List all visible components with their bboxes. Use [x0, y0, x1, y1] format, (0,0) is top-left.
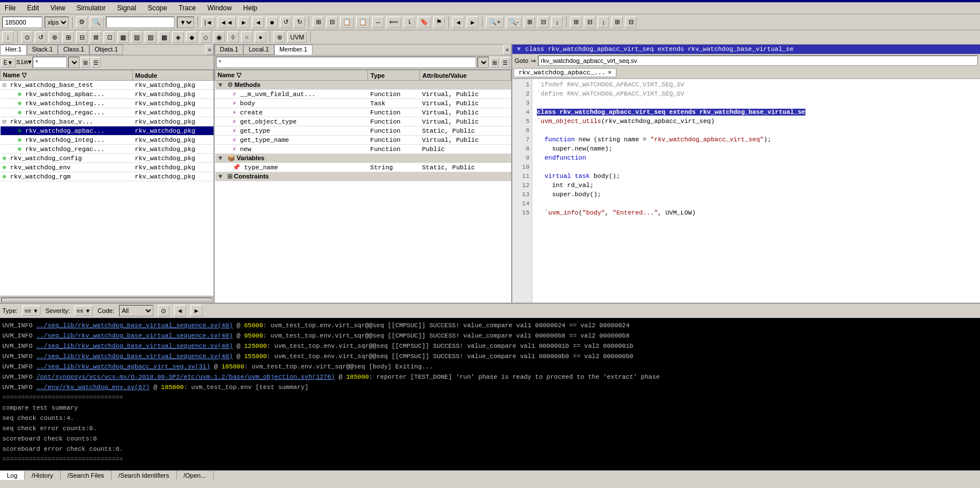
toolbar2-btn-20[interactable]: ⊛ [274, 31, 285, 43]
menu-edit[interactable]: Edit [25, 3, 41, 13]
menu-file[interactable]: File [2, 3, 18, 13]
menu-help[interactable]: Help [241, 3, 260, 13]
log-next-btn[interactable]: ► [191, 305, 203, 316]
member-row[interactable]: 📌 type_name String Static, Public [215, 163, 511, 172]
left-toolbar-btn2[interactable]: ☰ [91, 57, 101, 68]
log-btn1[interactable]: ⊙ [158, 305, 169, 316]
menu-window[interactable]: Window [205, 3, 234, 13]
code-text[interactable]: `ifndef RKV_WATCHDOG_APBACC_VIRT_SEQ_SV`… [532, 79, 980, 303]
section-toggle[interactable]: ▼ [218, 154, 224, 161]
file-tab-active[interactable]: rkv_watchdog_apbacc_... × [513, 68, 617, 77]
member-row[interactable]: ⚡ get_object_type Function Virtual, Publ… [215, 117, 511, 126]
log-prev-btn[interactable]: ◄ [174, 305, 186, 316]
toolbar-btn-23[interactable]: ⊞ [524, 17, 535, 28]
toolbar-btn-8[interactable]: ↺ [280, 17, 291, 28]
toolbar-btn-16[interactable]: ⤹ [404, 17, 415, 28]
member-row[interactable]: ⚡ get_type_name Function Virtual, Public [215, 136, 511, 145]
expand-icon[interactable]: ⊟ [3, 82, 7, 89]
member-row[interactable]: ⚡ body Task Virtual, Public [215, 99, 511, 108]
tab-class[interactable]: Class.1 [58, 45, 89, 55]
tab-close-icon[interactable]: × [608, 69, 612, 76]
type-btn[interactable]: ≡≡ ▼ [22, 306, 41, 316]
mid-close-btn[interactable]: × [503, 45, 511, 55]
toolbar-btn-26[interactable]: ⊞ [570, 17, 582, 28]
log-file-link[interactable]: ../seq_lib/rkv_watchdog_apbacc_virt_seq.… [36, 363, 210, 370]
goto-arrow[interactable]: ⇒ [531, 57, 536, 65]
toolbar2-btn-1[interactable]: ↓ [2, 31, 14, 43]
time-input[interactable] [2, 17, 42, 28]
log-file-link[interactable]: ../seq_lib/rkv_watchdog_base_virtual_seq… [36, 343, 232, 350]
toolbar2-btn-11[interactable]: ▨ [145, 31, 156, 43]
toolbar-search-input[interactable] [106, 17, 175, 28]
menu-signal[interactable]: Signal [115, 3, 139, 13]
section-toggle[interactable]: ▼ [218, 81, 224, 88]
toolbar2-btn-5[interactable]: ⊞ [62, 31, 74, 43]
toolbar2-btn-17[interactable]: ◊ [227, 31, 239, 43]
section-header-row[interactable]: ▼ 📦 Variables [215, 154, 511, 163]
hier-row[interactable]: ⊕ rkv_watchdog_rgm rkv_watchdog_pkg [1, 172, 214, 181]
log-time[interactable]: 125000 [244, 343, 267, 350]
toolbar2-btn-3[interactable]: ↺ [35, 31, 46, 43]
toolbar2-btn-16[interactable]: ◉ [214, 31, 225, 43]
hier-row[interactable]: ⊕ rkv_watchdog_integ... rkv_watchdog_pkg [1, 136, 214, 145]
toolbar-btn-25[interactable]: ↕ [551, 17, 563, 28]
toolbar-btn-13[interactable]: 📋 [356, 17, 370, 28]
toolbar-btn-7[interactable]: ■ [266, 17, 278, 28]
toolbar2-btn-21[interactable]: UVM [287, 31, 307, 43]
tab-search-files[interactable]: /Search Files [61, 471, 112, 480]
hier-row[interactable]: ⊕ rkv_watchdog_apbac... rkv_watchdog_pkg [1, 126, 214, 136]
toolbar2-btn-18[interactable]: ○ [241, 31, 252, 43]
log-file-link[interactable]: ../seq_lib/rkv_watchdog_base_virtual_seq… [36, 332, 232, 339]
log-time[interactable]: 185000 [161, 384, 184, 391]
toolbar-btn-5[interactable]: ► [238, 17, 250, 28]
toolbar-btn-27[interactable]: ⊟ [584, 17, 595, 28]
toolbar-dropdown[interactable]: ▼ [177, 17, 194, 28]
left-close-btn[interactable]: × [206, 45, 214, 55]
member-row[interactable]: ⚡ create Function Virtual, Public [215, 108, 511, 117]
log-time[interactable]: 155000 [244, 353, 267, 360]
toolbar-btn-24[interactable]: ⊟ [538, 17, 549, 28]
toolbar-btn-15[interactable]: ⟸ [386, 17, 401, 28]
member-row[interactable]: ⚡ new Function Public [215, 145, 511, 154]
toolbar-btn-22[interactable]: 🔍- [506, 17, 522, 28]
toolbar-btn-11[interactable]: ⊟ [326, 17, 338, 28]
toolbar2-btn-14[interactable]: ◆ [186, 31, 197, 43]
toolbar-btn-28[interactable]: ↕ [598, 17, 609, 28]
menu-trace[interactable]: Trace [176, 3, 198, 13]
hier-row[interactable]: ⊕ rkv_watchdog_config rkv_watchdog_pkg [1, 154, 214, 163]
section-header-row[interactable]: ▼ ⚙ Methods [215, 81, 511, 90]
hier-row[interactable]: ⊕ rkv_watchdog_apbac... rkv_watchdog_pkg [1, 90, 214, 99]
toolbar2-btn-7[interactable]: ⊠ [90, 31, 101, 43]
toolbar-btn-21[interactable]: 🔍+ [486, 17, 503, 28]
toolbar-btn-6[interactable]: ◄ [252, 17, 264, 28]
hier-row[interactable]: ⊕ rkv_watchdog_env rkv_watchdog_pkg [1, 163, 214, 172]
tab-hier[interactable]: Hier.1 [0, 45, 27, 55]
left-filter-input[interactable] [33, 57, 67, 68]
log-time[interactable]: 185000 [222, 363, 244, 370]
member-row[interactable]: ⚡ get_type Function Static, Public [215, 126, 511, 136]
goto-input[interactable] [538, 55, 978, 66]
time-unit-select[interactable]: xlps [45, 17, 69, 28]
tab-history[interactable]: /History [25, 471, 60, 480]
toolbar-btn-30[interactable]: ⊟ [625, 17, 637, 28]
tab-open[interactable]: /Open... [177, 471, 214, 480]
log-file-link[interactable]: ../seq_lib/rkv_watchdog_base_virtual_seq… [36, 322, 232, 329]
toolbar-btn-10[interactable]: ⊞ [313, 17, 324, 28]
tab-local[interactable]: Local.1 [243, 45, 274, 55]
log-time[interactable]: 95000 [244, 332, 263, 339]
mid-filter-select[interactable]: ▼ [477, 57, 489, 68]
code-select[interactable]: All [119, 305, 153, 316]
toolbar2-btn-13[interactable]: ◈ [172, 31, 184, 43]
toolbar2-btn-8[interactable]: ⊡ [104, 31, 115, 43]
left-filter-select[interactable]: ▼ [68, 57, 80, 68]
tab-member[interactable]: Member.1 [274, 45, 313, 55]
toolbar-btn-29[interactable]: ⊞ [611, 17, 623, 28]
menu-scope[interactable]: Scope [145, 3, 169, 13]
toolbar-btn-4[interactable]: ◄◄ [218, 17, 236, 28]
toolbar2-btn-6[interactable]: ⊟ [76, 31, 88, 43]
toolbar-btn-12[interactable]: 📋 [340, 17, 354, 28]
mid-toolbar-btn2[interactable]: ☰ [500, 57, 510, 68]
menu-view[interactable]: View [48, 3, 68, 13]
hier-row[interactable]: ⊕ rkv_watchdog_integ... rkv_watchdog_pkg [1, 99, 214, 108]
section-header-row[interactable]: ▼ ⊞ Constraints [215, 172, 511, 181]
